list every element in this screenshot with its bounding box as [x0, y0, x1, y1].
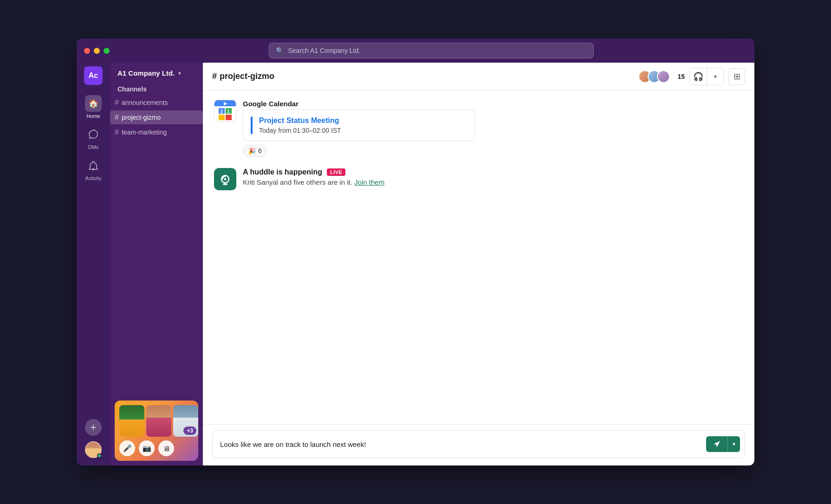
- message-input-area: ▾: [203, 424, 754, 465]
- huddle-person-3: +3: [173, 405, 198, 437]
- channel-name-team-marketing: team-marketing: [122, 129, 167, 136]
- huddle-controls-row: 🎤 📷 🖥: [119, 440, 194, 456]
- main-layout: Ac 🏠 Home DMs: [77, 63, 754, 465]
- content-area: # project-gizmo 15 🎧 ▾: [203, 63, 754, 465]
- gcal-sender-name: Google Calendar: [243, 100, 743, 108]
- nav-item-dms[interactable]: DMs: [77, 123, 111, 154]
- workspace-name: A1 Company Ltd.: [117, 69, 175, 77]
- calendar-event-card[interactable]: Project Status Meeting Today from 01:30–…: [243, 110, 475, 141]
- channel-name-announcements: announcements: [122, 99, 168, 106]
- send-button[interactable]: [706, 436, 727, 452]
- huddle-desc-text: Kriti Sanyal and five others are in it.: [243, 178, 352, 186]
- svg-rect-4: [226, 115, 232, 120]
- nav-item-home[interactable]: 🏠 Home: [77, 91, 111, 123]
- channel-item-team-marketing[interactable]: # team-marketing: [110, 125, 203, 139]
- sidebar-nav: Ac 🏠 Home DMs: [77, 63, 110, 465]
- nav-label-dms: DMs: [88, 144, 99, 150]
- huddle-title-row: A huddle is happening LIVE: [243, 168, 384, 176]
- search-icon: 🔍: [276, 47, 284, 54]
- gcal-header: ▶: [214, 100, 236, 106]
- huddle-title: A huddle is happening: [243, 168, 322, 176]
- dms-icon: [85, 126, 102, 143]
- huddle-button-group: 🎧 ▾: [689, 68, 724, 85]
- huddle-person-2: [146, 405, 171, 437]
- online-status-dot: [97, 453, 102, 458]
- home-icon: 🏠: [85, 95, 102, 112]
- minimize-button[interactable]: [94, 48, 100, 54]
- channel-item-project-gizmo[interactable]: # project-gizmo: [110, 110, 203, 124]
- channel-header: # project-gizmo 15 🎧 ▾: [203, 63, 754, 90]
- workspace-chevron-icon: ▾: [178, 70, 181, 77]
- huddle-message: A huddle is happening LIVE Kriti Sanyal …: [214, 168, 743, 190]
- nav-item-activity[interactable]: Activity: [77, 154, 111, 185]
- hash-icon-2: #: [115, 128, 119, 136]
- canvas-button[interactable]: ⊞: [728, 68, 745, 85]
- send-button-group: ▾: [706, 436, 740, 452]
- workspace-avatar: Ac: [84, 66, 103, 85]
- hash-icon-active: #: [115, 113, 119, 122]
- huddle-avatars-row: +3: [119, 405, 194, 437]
- sidebar-channels: A1 Company Ltd. ▾ Channels # announcemen…: [110, 63, 203, 465]
- reaction-emoji: 🎉: [248, 147, 256, 155]
- workspace-header[interactable]: A1 Company Ltd. ▾: [110, 63, 203, 82]
- calendar-card-accent: [251, 116, 253, 134]
- member-count: 15: [677, 73, 685, 80]
- huddle-video-card: +3 🎤 📷 🖥: [115, 401, 198, 461]
- gcal-icon: ▶ 3 1: [214, 100, 236, 122]
- member-avatar-3: [657, 70, 670, 83]
- title-bar: 🔍 Search A1 Company Ltd.: [77, 39, 754, 63]
- hash-icon: #: [115, 98, 119, 107]
- sidebar-bottom: +3 🎤 📷 🖥: [110, 396, 203, 465]
- svg-text:3: 3: [220, 109, 223, 114]
- screen-share-button[interactable]: 🖥: [158, 440, 174, 456]
- live-badge: LIVE: [327, 168, 345, 176]
- huddle-description: Kriti Sanyal and five others are in it. …: [243, 178, 384, 186]
- start-huddle-button[interactable]: 🎧: [690, 68, 707, 85]
- calendar-card-body: Project Status Meeting Today from 01:30–…: [259, 116, 341, 134]
- gcal-message: ▶ 3 1: [214, 100, 743, 157]
- send-dropdown-button[interactable]: ▾: [727, 436, 740, 452]
- message-input[interactable]: [220, 440, 701, 448]
- channels-label: Channels: [110, 82, 203, 96]
- channel-title: # project-gizmo: [212, 71, 274, 81]
- add-button[interactable]: +: [85, 419, 102, 436]
- channel-name-display: project-gizmo: [220, 71, 274, 81]
- channel-item-announcements[interactable]: # announcements: [110, 96, 203, 110]
- user-avatar[interactable]: [85, 441, 102, 458]
- input-wrapper: ▾: [212, 430, 745, 458]
- video-off-button[interactable]: 📷: [139, 440, 155, 456]
- gcal-message-content: Google Calendar Project Status Meeting T…: [243, 100, 743, 157]
- maximize-button[interactable]: [104, 48, 110, 54]
- nav-label-activity: Activity: [85, 175, 102, 181]
- svg-point-8: [224, 178, 227, 181]
- search-bar[interactable]: 🔍 Search A1 Company Ltd.: [269, 43, 594, 58]
- reaction-count: 6: [258, 147, 262, 155]
- messages-area: ▶ 3 1: [203, 90, 754, 424]
- close-button[interactable]: [84, 48, 90, 54]
- meeting-time: Today from 01:30–02:00 IST: [259, 127, 341, 134]
- meeting-title[interactable]: Project Status Meeting: [259, 116, 341, 125]
- activity-icon: [85, 157, 102, 174]
- mute-button[interactable]: 🎤: [119, 440, 135, 456]
- channel-hash-symbol: #: [212, 71, 217, 81]
- huddle-dropdown-button[interactable]: ▾: [707, 68, 723, 85]
- traffic-lights: [84, 48, 110, 54]
- nav-label-home: Home: [86, 113, 100, 119]
- huddle-person-1: [119, 405, 144, 437]
- huddle-message-icon: [214, 168, 236, 190]
- gcal-body: 3 1: [214, 106, 236, 122]
- join-huddle-link[interactable]: Join them: [354, 178, 384, 186]
- header-actions: 15 🎧 ▾ ⊞: [638, 68, 745, 85]
- search-placeholder: Search A1 Company Ltd.: [288, 47, 361, 54]
- app-window: 🔍 Search A1 Company Ltd. Ac 🏠 Home: [77, 39, 754, 465]
- channel-name-project-gizmo: project-gizmo: [122, 114, 161, 121]
- svg-rect-3: [219, 115, 225, 120]
- huddle-plus-badge: +3: [183, 426, 196, 435]
- huddle-message-content: A huddle is happening LIVE Kriti Sanyal …: [243, 168, 384, 190]
- svg-text:1: 1: [227, 109, 230, 114]
- reaction-button[interactable]: 🎉 6: [243, 145, 267, 157]
- member-avatars[interactable]: [638, 70, 670, 83]
